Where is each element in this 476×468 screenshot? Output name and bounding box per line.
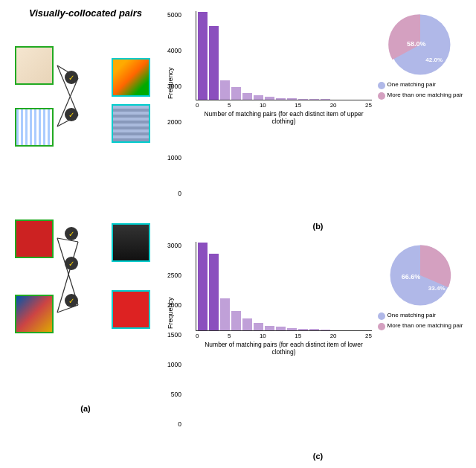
pie-c-container: 66.6% 33.4% One matching pair More than … xyxy=(372,238,469,451)
bar-item xyxy=(231,311,241,330)
pie-c-svg: 66.6% 33.4% xyxy=(387,242,454,309)
x-title-b: Number of matching pairs (for each disti… xyxy=(196,110,372,125)
bar-item xyxy=(298,329,308,330)
colorful-top-item xyxy=(15,295,54,333)
bar-item xyxy=(321,99,330,100)
y-axis-b: 5000 4000 3000 2000 1000 0 xyxy=(167,11,184,198)
red-skirt-item xyxy=(112,290,150,329)
x-title-c: Number of matching pairs (for each disti… xyxy=(196,341,372,356)
label-c: (c) xyxy=(167,452,469,461)
colorful-top-image xyxy=(15,295,54,333)
bar-item xyxy=(276,327,286,330)
check3: ✓ xyxy=(65,227,78,240)
blouse-image xyxy=(15,108,54,147)
bar-item xyxy=(254,95,263,100)
svg-text:42.0%: 42.0% xyxy=(425,57,443,63)
pants-item xyxy=(112,104,150,143)
right-panel: 5000 4000 3000 2000 1000 0 0510152025 Nu… xyxy=(164,7,469,461)
sweater-item xyxy=(15,46,54,85)
bar-item xyxy=(309,329,319,330)
x-ticks-c: 0510152025 xyxy=(196,333,372,339)
svg-text:58.0%: 58.0% xyxy=(407,40,426,48)
pie-b-container: 58.0% 42.0% One matching pair More than … xyxy=(372,7,469,220)
shorts-image xyxy=(112,58,150,97)
svg-text:33.4%: 33.4% xyxy=(428,284,446,291)
blouse-item xyxy=(15,108,54,147)
bar-item xyxy=(220,80,230,100)
bar-item xyxy=(287,98,297,100)
bar-item xyxy=(231,87,241,100)
bar-item xyxy=(309,99,319,100)
check5: ✓ xyxy=(65,294,78,307)
bar-item xyxy=(265,97,274,100)
check2: ✓ xyxy=(65,108,78,121)
sweater-image xyxy=(15,46,54,85)
pants-image xyxy=(112,104,150,143)
bar-item xyxy=(242,93,252,100)
red-jacket-item xyxy=(15,219,54,258)
bar-item xyxy=(254,323,263,330)
pie-c-legend: One matching pair More than one matching… xyxy=(378,312,463,330)
pie-b-legend: One matching pair More than one matching… xyxy=(378,81,463,100)
x-ticks-b: 0510152025 xyxy=(196,102,372,109)
red-jacket-image xyxy=(15,219,54,258)
check1: ✓ xyxy=(65,71,78,84)
svg-text:66.6%: 66.6% xyxy=(402,272,421,280)
bar-item xyxy=(209,26,219,100)
bar-item xyxy=(198,12,208,100)
dark-skirt-image xyxy=(112,223,150,262)
left-panel: Visually-collocated pairs xyxy=(7,7,164,461)
bar-item xyxy=(298,99,308,100)
bar-item xyxy=(265,326,274,330)
label-a: (a) xyxy=(80,404,90,413)
main-container: Visually-collocated pairs xyxy=(0,0,476,468)
y-title-b: Frequency xyxy=(167,67,174,99)
chart-c: 3000 2500 2000 1500 1000 500 0 051015202… xyxy=(167,238,469,461)
bar-item xyxy=(198,243,208,330)
label-b: (b) xyxy=(167,222,469,231)
bar-item xyxy=(209,254,219,330)
bars-b xyxy=(196,11,372,100)
dark-skirt-item xyxy=(112,223,150,262)
panel-title: Visually-collocated pairs xyxy=(7,7,164,19)
red-skirt-image xyxy=(112,290,150,329)
bar-item xyxy=(321,330,330,330)
shorts-item xyxy=(112,58,150,97)
y-axis-c: 3000 2500 2000 1500 1000 500 0 xyxy=(167,242,184,429)
bar-item xyxy=(220,298,230,330)
pie-b-svg: 58.0% 42.0% xyxy=(387,11,454,78)
check4: ✓ xyxy=(65,257,78,270)
bar-item xyxy=(242,318,252,330)
bar-item xyxy=(287,328,297,330)
bar-item xyxy=(276,98,286,100)
chart-b: 5000 4000 3000 2000 1000 0 0510152025 Nu… xyxy=(167,7,469,231)
y-title-c: Frequency xyxy=(167,298,174,330)
bars-c xyxy=(196,242,372,331)
